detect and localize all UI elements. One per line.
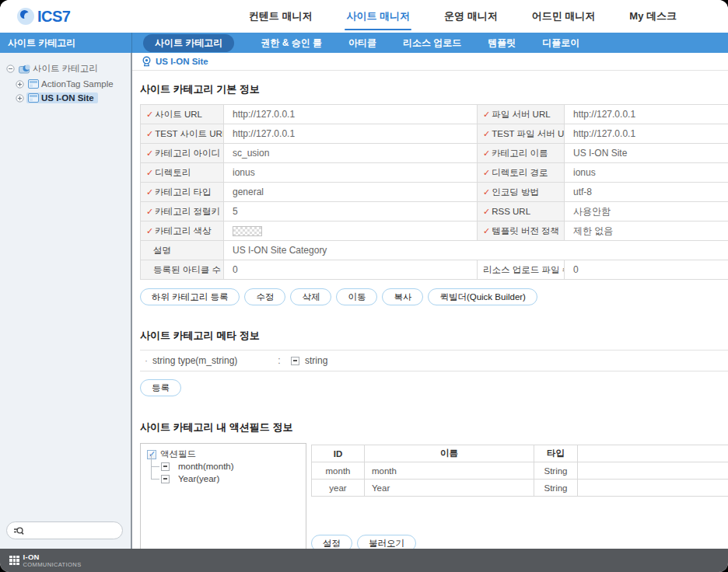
table-header-row: ID 이름 타입 — [312, 445, 728, 462]
table-row: month month String — [312, 462, 728, 480]
table-row: 카테고리 색상 템플릿 버전 정책 제한 없음 — [141, 221, 728, 241]
breadcrumb-current[interactable]: US I-ON Site — [156, 57, 208, 66]
site-root-icon — [19, 65, 30, 74]
sub-navigation-bar: 사이트 카테고리 사이트 카테고리 권한 & 승인 룰 아티클 리소스 업로드 … — [0, 33, 728, 53]
meta-item-name: string type(m_string) — [152, 355, 268, 366]
tab-article[interactable]: 아티클 — [348, 37, 376, 50]
nav-site-manager[interactable]: 사이트 매니저 — [346, 9, 410, 23]
required-check-icon — [146, 207, 153, 216]
column-header-id: ID — [312, 445, 365, 462]
tab-template[interactable]: 템플릿 — [488, 37, 516, 50]
field-value: US I-ON Site Category — [224, 241, 728, 260]
action-field-node-label: Year(year) — [178, 474, 219, 483]
ion-grid-icon — [9, 556, 19, 566]
field-value: 0 — [565, 260, 728, 280]
required-check-icon — [146, 168, 153, 177]
expand-icon[interactable] — [16, 94, 24, 103]
footer-brand: I-ON — [23, 553, 82, 561]
required-check-icon — [146, 226, 153, 235]
tab-permission-approval-rule[interactable]: 권한 & 승인 룰 — [261, 37, 322, 50]
action-field-actions: 설정 불러오기 — [311, 535, 728, 549]
field-value: general — [224, 183, 478, 202]
action-field-node-month[interactable]: month(month) — [151, 460, 299, 473]
settings-button[interactable]: 설정 — [311, 535, 352, 549]
load-button[interactable]: 불러오기 — [357, 535, 416, 549]
required-check-icon — [146, 187, 153, 197]
nav-admin-manager[interactable]: 어드민 매니저 — [532, 9, 596, 23]
tab-resource-upload[interactable]: 리소스 업로드 — [403, 37, 461, 50]
tab-deploy[interactable]: 디플로이 — [542, 37, 579, 50]
tree-node-us-ion-site[interactable]: US I-ON Site — [0, 91, 131, 105]
minus-box-icon[interactable] — [161, 475, 170, 483]
field-value: http://127.0.0.1 — [224, 124, 478, 144]
app-logo[interactable]: ICS7 — [0, 8, 70, 26]
column-header-type: 타입 — [534, 445, 578, 462]
table-row: 사이트 URL http://127.0.0.1 파일 서버 URL http:… — [141, 105, 728, 124]
table-row: 카테고리 정렬키 5 RSS URL 사용안함 — [141, 202, 728, 221]
tree-node-label: 사이트 카테고리 — [33, 63, 98, 75]
table-row: 카테고리 타입 general 인코딩 방법 utf-8 — [141, 183, 728, 202]
app-footer: I-ON COMMUNICATIONS — [0, 549, 728, 572]
minus-box-icon[interactable] — [161, 462, 170, 471]
tree-node-label: US I-ON Site — [41, 93, 94, 103]
required-check-icon — [483, 148, 490, 158]
meta-info-title: 사이트 카테고리 메타 정보 — [140, 329, 728, 343]
action-field-node-year[interactable]: Year(year) — [151, 473, 299, 485]
meta-item: · string type(m_string) : string — [140, 351, 728, 371]
field-value: 사용안함 — [565, 202, 728, 221]
field-label: 리소스 업로드 파일 수 — [478, 260, 565, 280]
tree-node-root[interactable]: 사이트 카테고리 — [0, 61, 131, 77]
footer-brand-sub: COMMUNICATIONS — [23, 562, 82, 568]
delete-button[interactable]: 삭제 — [290, 288, 331, 305]
breadcrumb: US I-ON Site — [132, 53, 728, 71]
field-label: 설명 — [141, 241, 224, 260]
table-row: 설명 US I-ON Site Category — [141, 241, 728, 260]
field-value: 0 — [224, 260, 478, 280]
copy-button[interactable]: 복사 — [382, 288, 423, 305]
field-value: http://127.0.0.1 — [565, 105, 728, 124]
tab-site-category[interactable]: 사이트 카테고리 — [143, 34, 234, 52]
section-tabs: 사이트 카테고리 권한 & 승인 룰 아티클 리소스 업로드 템플릿 디플로이 — [132, 33, 579, 53]
category-tree-sidebar: 사이트 카테고리 ActionTag Sample — [0, 53, 132, 549]
main-content: US I-ON Site 사이트 카테고리 기본 정보 사이트 URL http… — [132, 53, 728, 549]
logo-text: ICS7 — [37, 8, 70, 26]
nav-my-desk[interactable]: My 데스크 — [629, 9, 677, 23]
cell-type: String — [534, 480, 578, 497]
action-field-root-label: 액션필드 — [160, 448, 196, 460]
register-meta-button[interactable]: 등록 — [140, 379, 181, 396]
tree-search-input[interactable] — [28, 526, 116, 535]
expand-icon[interactable] — [16, 80, 24, 89]
field-value: sc_usion — [224, 144, 478, 163]
meta-info-list: · string type(m_string) : string — [140, 350, 728, 371]
action-field-section: 액션필드 month(month) Year(year) — [140, 443, 728, 549]
field-value: utf-8 — [565, 183, 728, 202]
minus-box-icon[interactable] — [291, 357, 299, 365]
tree-node-label: ActionTag Sample — [41, 79, 114, 89]
action-field-tree-panel: 액션필드 month(month) Year(year) — [140, 443, 306, 549]
required-check-icon — [483, 207, 490, 216]
top-header: ICS7 컨텐트 매니저 사이트 매니저 운영 매니저 어드민 매니저 My 데… — [0, 0, 728, 33]
action-field-table: ID 이름 타입 month month String — [311, 445, 728, 497]
add-sub-category-button[interactable]: 하위 카테고리 등록 — [140, 288, 240, 305]
cell-id: month — [312, 462, 365, 480]
cell-name: month — [365, 462, 534, 480]
field-value: ionus — [224, 163, 478, 183]
field-value: http://127.0.0.1 — [565, 124, 728, 144]
cell-type: String — [534, 462, 578, 480]
tree-node-actiontag-sample[interactable]: ActionTag Sample — [0, 77, 131, 91]
required-check-icon — [146, 129, 153, 138]
quick-builder-button[interactable]: 퀵빌더(Quick Builder) — [428, 288, 537, 305]
edit-button[interactable]: 수정 — [244, 288, 285, 305]
nav-content-manager[interactable]: 컨텐트 매니저 — [249, 9, 313, 23]
nav-operation-manager[interactable]: 운영 매니저 — [444, 9, 498, 23]
move-button[interactable]: 이동 — [336, 288, 377, 305]
location-icon — [142, 56, 152, 67]
top-navigation: 컨텐트 매니저 사이트 매니저 운영 매니저 어드민 매니저 My 데스크 — [249, 9, 677, 23]
required-check-icon — [483, 110, 490, 119]
field-value: ionus — [565, 163, 728, 183]
required-check-icon — [146, 148, 153, 158]
site-category-tree: 사이트 카테고리 ActionTag Sample — [0, 61, 131, 105]
action-field-root-node[interactable]: 액션필드 — [147, 448, 299, 460]
collapse-icon[interactable] — [6, 65, 15, 73]
basic-info-table: 사이트 URL http://127.0.0.1 파일 서버 URL http:… — [140, 104, 728, 280]
